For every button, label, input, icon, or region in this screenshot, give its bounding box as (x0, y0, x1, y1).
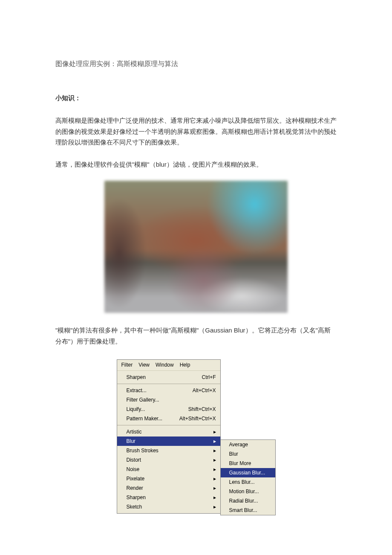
submenu-arrow-icon: ▶ (213, 439, 216, 443)
submenu-item-label: Average (229, 442, 248, 448)
paragraph-3: "模糊"的算法有很多种，其中有一种叫做"高斯模糊"（Gaussian Blur）… (55, 325, 337, 347)
submenu-item-label: Gaussian Blur... (229, 470, 265, 476)
menu-item-extract[interactable]: Extract... Alt+Ctrl+X (117, 386, 220, 395)
submenu-item-blur[interactable]: Blur (221, 449, 275, 459)
menu-item-sharpen[interactable]: Sharpen ▶ (117, 493, 220, 502)
menu-section-2: Extract... Alt+Ctrl+X Filter Gallery... … (117, 384, 220, 425)
document-title: 图像处理应用实例：高斯模糊原理与算法 (55, 60, 337, 69)
menu-item-label: Pattern Maker... (127, 416, 163, 422)
heading-knowledge: 小知识： (55, 94, 337, 102)
submenu-item-radial-blur[interactable]: Radial Blur... (221, 496, 275, 506)
menu-section-3: Artistic ▶ Blur ▶ Brush Strokes ▶ Distor… (117, 425, 220, 513)
menubar-item-help[interactable]: Help (180, 362, 190, 368)
submenu-item-label: Smart Blur... (229, 507, 257, 513)
menu-section-1: Sharpen Ctrl+F (117, 371, 220, 384)
submenu-item-lens-blur[interactable]: Lens Blur... (221, 477, 275, 487)
submenu-arrow-icon: ▶ (213, 458, 216, 462)
submenu-item-gaussian-blur[interactable]: Gaussian Blur... (221, 468, 275, 477)
menu-item-render[interactable]: Render ▶ (117, 483, 220, 493)
submenu-arrow-icon: ▶ (213, 449, 216, 453)
submenu-arrow-icon: ▶ (213, 486, 216, 490)
menu-item-blur[interactable]: Blur ▶ (117, 436, 220, 446)
menubar-item-view[interactable]: View (138, 362, 150, 368)
submenu-item-average[interactable]: Average (221, 440, 275, 449)
submenu-item-smart-blur[interactable]: Smart Blur... (221, 506, 275, 515)
menu-item-label: Sharpen (127, 494, 146, 500)
filter-menu-panel: Filter View Window Help Sharpen Ctrl+F E… (117, 359, 221, 514)
submenu-item-label: Lens Blur... (229, 479, 255, 485)
menu-item-label: Noise (127, 466, 140, 472)
submenu-item-label: Radial Blur... (229, 498, 258, 504)
menu-item-shortcut: Alt+Shift+Ctrl+X (179, 416, 216, 422)
submenu-arrow-icon: ▶ (213, 430, 216, 434)
blur-image-container (55, 181, 337, 313)
menu-item-label: Brush Strokes (127, 448, 159, 454)
menu-item-shortcut: Shift+Ctrl+X (188, 406, 216, 412)
submenu-arrow-icon: ▶ (213, 496, 216, 500)
menu-item-filter-gallery[interactable]: Filter Gallery... (117, 395, 220, 405)
paragraph-2: 通常，图像处理软件会提供"模糊"（blur）滤镜，使图片产生模糊的效果。 (55, 159, 337, 170)
menu-item-brush-strokes[interactable]: Brush Strokes ▶ (117, 446, 220, 455)
menu-item-label: Render (127, 485, 143, 491)
photoshop-menu-figure: Filter View Window Help Sharpen Ctrl+F E… (55, 359, 337, 515)
menu-item-label: Distort (127, 457, 141, 463)
blurred-example-image (104, 181, 288, 313)
submenu-item-blur-more[interactable]: Blur More (221, 459, 275, 468)
menu-item-label: Extract... (127, 387, 147, 393)
submenu-item-motion-blur[interactable]: Motion Blur... (221, 487, 275, 496)
menubar-item-window[interactable]: Window (156, 362, 174, 368)
menu-item-label: Sketch (127, 504, 142, 510)
submenu-arrow-icon: ▶ (213, 468, 216, 471)
menu-item-shortcut: Alt+Ctrl+X (193, 387, 216, 393)
menu-item-pattern-maker[interactable]: Pattern Maker... Alt+Shift+Ctrl+X (117, 414, 220, 423)
submenu-item-label: Motion Blur... (229, 489, 259, 494)
menu-assembly: Filter View Window Help Sharpen Ctrl+F E… (117, 359, 276, 515)
menu-item-label: Liquify... (127, 406, 145, 412)
blur-submenu-panel: Average Blur Blur More Gaussian Blur... … (220, 439, 276, 515)
menubar: Filter View Window Help (117, 360, 220, 371)
menu-item-sharpen-last[interactable]: Sharpen Ctrl+F (117, 373, 220, 382)
menu-item-label: Artistic (127, 429, 142, 435)
menu-item-shortcut: Ctrl+F (202, 374, 216, 380)
menu-item-noise[interactable]: Noise ▶ (117, 465, 220, 474)
menu-item-liquify[interactable]: Liquify... Shift+Ctrl+X (117, 405, 220, 414)
menubar-item-filter[interactable]: Filter (121, 362, 133, 368)
menu-item-pixelate[interactable]: Pixelate ▶ (117, 474, 220, 483)
menu-item-label: Filter Gallery... (127, 397, 159, 403)
menu-item-distort[interactable]: Distort ▶ (117, 455, 220, 465)
submenu-item-label: Blur (229, 451, 238, 457)
menu-item-label: Blur (127, 438, 135, 444)
menu-item-artistic[interactable]: Artistic ▶ (117, 427, 220, 436)
menu-item-label: Sharpen (127, 374, 146, 380)
menu-item-label: Pixelate (127, 476, 145, 482)
submenu-item-label: Blur More (229, 460, 251, 466)
paragraph-1: 高斯模糊是图像处理中广泛使用的技术、通常用它来减小噪声以及降低细节层次。这种模糊… (55, 115, 337, 148)
submenu-arrow-icon: ▶ (213, 505, 216, 509)
submenu-arrow-icon: ▶ (213, 477, 216, 481)
menu-item-sketch[interactable]: Sketch ▶ (117, 502, 220, 512)
